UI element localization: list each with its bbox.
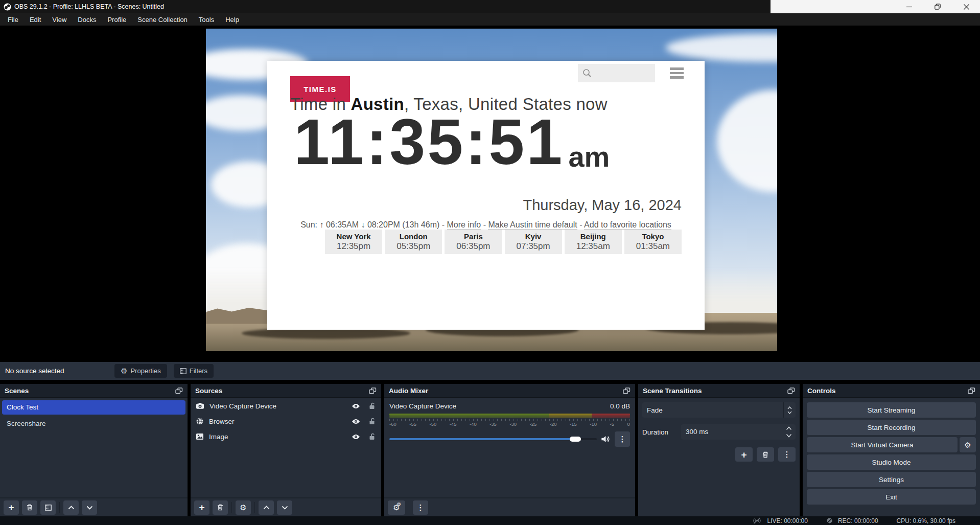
trash-icon (217, 504, 223, 511)
source-status-text: No source selected (5, 367, 107, 375)
menu-docks[interactable]: Docks (72, 14, 102, 25)
city-cell: London05:35pm (385, 230, 442, 254)
source-properties-button[interactable]: ⚙ (236, 500, 251, 515)
preview-canvas[interactable]: TIME.IS Time in Austin, Texas, United St… (206, 29, 777, 351)
close-button[interactable] (960, 2, 973, 12)
start-virtual-camera-button[interactable]: Start Virtual Camera (807, 437, 958, 452)
add-source-button[interactable]: + (194, 500, 209, 515)
popout-icon[interactable] (787, 387, 795, 394)
audio-mixer-header: Audio Mixer (384, 384, 635, 398)
minimize-button[interactable] (902, 2, 916, 12)
meter-tick-labels: -60-55-50-45-40-35-30-25-20-15-10-50 (389, 421, 630, 427)
hamburger-menu-icon (670, 67, 684, 79)
menu-profile[interactable]: Profile (102, 14, 132, 25)
transition-select[interactable]: Fade (642, 402, 796, 418)
clock-ampm: am (568, 143, 610, 171)
cpu-fps-stats: CPU: 0.6%, 30.00 fps (897, 517, 955, 524)
gear-small-icon: ⚙ (397, 502, 402, 507)
scene-up-button[interactable] (63, 500, 79, 515)
transition-select-spinner[interactable] (783, 402, 796, 418)
live-timer: LIVE: 00:00:00 (767, 517, 807, 524)
start-streaming-button[interactable]: Start Streaming (807, 402, 976, 418)
source-row-image[interactable]: Image (191, 429, 381, 444)
virtual-camera-settings-button[interactable]: ⚙ (960, 437, 976, 452)
controls-panel: Controls Start Streaming Start Recording… (803, 384, 980, 516)
eye-icon[interactable] (352, 403, 360, 409)
eye-icon[interactable] (352, 419, 360, 424)
scenes-footer: + (0, 497, 188, 516)
scenes-title: Scenes (5, 387, 29, 395)
source-toolbar: No source selected ⚙ Properties Filters (0, 362, 980, 380)
remove-transition-button[interactable] (757, 447, 774, 462)
filters-button[interactable]: Filters (174, 364, 214, 378)
exit-button[interactable]: Exit (807, 489, 976, 505)
timeis-date: Thursday, May 16, 2024 (523, 197, 682, 214)
controls-title: Controls (807, 387, 836, 395)
source-down-button[interactable] (277, 500, 292, 515)
volume-slider-handle[interactable] (570, 437, 581, 442)
stream-inactive-icon (752, 517, 762, 524)
duration-input[interactable]: 300 ms (681, 424, 796, 440)
filter-icon (180, 368, 186, 374)
settings-button[interactable]: Settings (807, 472, 976, 487)
sources-header: Sources (191, 384, 381, 398)
duration-label: Duration (642, 428, 681, 436)
popout-icon[interactable] (369, 387, 377, 394)
spin-down-icon[interactable] (786, 433, 792, 438)
obs-window: OBS 29.1.2 - Profile: LLHLS BETA - Scene… (0, 0, 980, 525)
transition-menu-button[interactable]: ⋮ (778, 447, 796, 462)
studio-mode-button[interactable]: Studio Mode (807, 454, 976, 470)
menu-view[interactable]: View (46, 14, 72, 25)
menu-help[interactable]: Help (220, 14, 245, 25)
remove-source-button[interactable] (213, 500, 228, 515)
speaker-icon[interactable] (601, 436, 610, 443)
lock-icon[interactable] (369, 433, 376, 440)
restore-button[interactable] (931, 2, 944, 12)
mixer-menu-button[interactable]: ⋮ (413, 500, 428, 515)
scenes-header: Scenes (0, 384, 188, 398)
scene-item-clock-test[interactable]: Clock Test (2, 400, 185, 415)
chevron-up-icon (787, 406, 792, 409)
add-scene-button[interactable]: + (4, 500, 19, 515)
clock-digits: 11:35:51 (294, 110, 564, 174)
source-row-browser[interactable]: Browser (191, 414, 381, 429)
cloud (717, 90, 777, 192)
image-icon (196, 433, 203, 440)
preview-area: TIME.IS Time in Austin, Texas, United St… (0, 26, 980, 362)
properties-button[interactable]: ⚙ Properties (114, 364, 167, 378)
cloud (666, 34, 777, 62)
popout-icon[interactable] (175, 387, 183, 394)
mixer-channel-menu-button[interactable]: ⋮ (615, 431, 630, 447)
city-cell: Tokyo01:35am (624, 230, 682, 254)
lock-icon[interactable] (369, 402, 376, 409)
sources-footer: + ⚙ (191, 497, 381, 516)
lock-icon[interactable] (369, 418, 376, 425)
timeis-sun-line: Sun: ↑ 06:35AM ↓ 08:20PM (13h 46m) - Mor… (267, 220, 705, 230)
gear-icon: ⚙ (121, 367, 127, 375)
menu-edit[interactable]: Edit (24, 14, 46, 25)
obs-logo-icon (4, 3, 11, 11)
spin-up-icon[interactable] (786, 426, 792, 430)
status-bar: LIVE: 00:00:00 REC: 00:00:00 CPU: 0.6%, … (0, 516, 980, 525)
city-cell: New York12:35pm (325, 230, 382, 254)
menu-scene-collection[interactable]: Scene Collection (132, 14, 193, 25)
eye-icon[interactable] (352, 434, 360, 440)
add-transition-button[interactable]: + (735, 447, 753, 462)
make-default-link: Make Austin time default (488, 220, 577, 230)
volume-slider[interactable] (389, 438, 597, 440)
chevron-up-icon (68, 506, 75, 510)
scene-item-screenshare[interactable]: Screenshare (2, 417, 185, 431)
advanced-audio-button[interactable]: ⚙⚙ (388, 500, 405, 515)
scene-down-button[interactable] (82, 500, 97, 515)
start-recording-button[interactable]: Start Recording (807, 420, 976, 435)
volume-meter-left (389, 414, 630, 416)
scene-filters-button[interactable] (40, 500, 56, 515)
remove-scene-button[interactable] (22, 500, 37, 515)
popout-icon[interactable] (623, 387, 631, 394)
source-row-video-capture[interactable]: Video Capture Device (191, 398, 381, 414)
caption-button-area (771, 0, 980, 13)
menu-file[interactable]: File (2, 14, 24, 25)
popout-icon[interactable] (968, 387, 975, 394)
source-up-button[interactable] (259, 500, 274, 515)
menu-tools[interactable]: Tools (193, 14, 220, 25)
